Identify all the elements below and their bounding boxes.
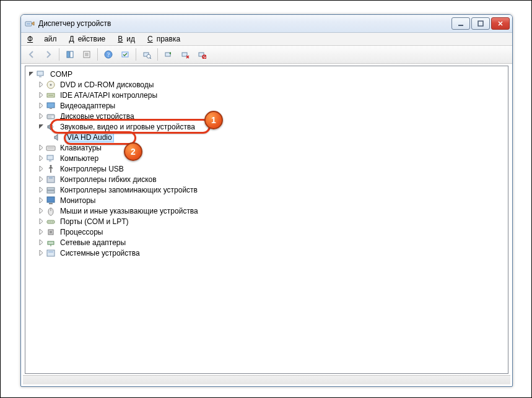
tree-category[interactable]: Контроллеры запоминающих устройств (28, 184, 505, 195)
svg-point-30 (51, 116, 54, 118)
tree-root[interactable]: COMP (28, 69, 505, 79)
disable-button[interactable] (194, 47, 210, 62)
tree-category[interactable]: Сетевые адаптеры (28, 237, 505, 248)
expand-icon[interactable] (38, 176, 45, 183)
svg-rect-52 (47, 250, 55, 256)
mouse-icon (46, 206, 56, 216)
uninstall-button[interactable] (177, 47, 193, 62)
expand-icon[interactable] (38, 228, 45, 235)
expand-icon[interactable] (38, 186, 45, 193)
svg-point-46 (50, 221, 51, 222)
update-driver-button[interactable] (160, 47, 177, 62)
speaker-icon (53, 132, 63, 142)
scan-hardware-button[interactable] (139, 47, 155, 62)
menu-view[interactable]: Вид (114, 33, 142, 45)
svg-rect-38 (47, 188, 55, 190)
tree-category-label: Компьютер (58, 154, 100, 163)
tree-category-label: Порты (COM и LPT) (58, 217, 131, 227)
tree-category[interactable]: Видеоадаптеры (28, 100, 505, 111)
svg-rect-28 (50, 108, 52, 109)
disc-icon (46, 80, 56, 90)
toolbar-separator (59, 48, 59, 61)
tree-category[interactable]: Компьютер (28, 153, 505, 163)
tree-category-label: Сетевые адаптеры (58, 238, 128, 248)
tree-category-label: Видеоадаптеры (58, 101, 117, 111)
expand-icon[interactable] (38, 102, 45, 109)
svg-rect-1 (27, 23, 30, 25)
svg-point-35 (50, 165, 52, 167)
ports-icon (46, 217, 56, 227)
expand-icon[interactable] (38, 165, 45, 172)
svg-rect-27 (47, 103, 55, 108)
hdd-icon (46, 111, 56, 121)
keyboard-icon (46, 143, 56, 153)
svg-rect-41 (49, 203, 53, 204)
tree-category[interactable]: Контроллеры USB (28, 163, 505, 174)
minimize-button[interactable] (451, 17, 470, 30)
devmgr-window: Диспетчер устройств Файл Действие Вид Сп… (20, 14, 513, 387)
svg-rect-21 (37, 71, 43, 76)
device-tree-pane[interactable]: COMPDVD и CD-ROM дисководыIDE ATA/ATAPI … (25, 66, 508, 374)
menu-help[interactable]: Справка (144, 33, 188, 45)
titlebar[interactable]: Диспетчер устройств (21, 15, 512, 33)
svg-rect-37 (49, 176, 53, 179)
expand-icon[interactable] (38, 155, 45, 162)
computer-icon (36, 69, 46, 79)
expand-icon[interactable] (38, 81, 45, 88)
tree-category-label: Клавиатуры (58, 143, 103, 153)
svg-text:?: ? (107, 51, 110, 58)
properties-button[interactable] (79, 47, 95, 62)
tree-category[interactable]: Мыши и иные указывающие устройства (28, 205, 505, 216)
menu-action[interactable]: Действие (66, 33, 113, 45)
device-tree: COMPDVD и CD-ROM дисководыIDE ATA/ATAPI … (25, 66, 508, 261)
expand-icon[interactable] (38, 92, 45, 98)
expand-icon[interactable] (38, 218, 45, 225)
expand-icon[interactable] (38, 123, 45, 130)
svg-point-24 (50, 84, 52, 85)
storagectl-icon (46, 185, 56, 195)
expand-icon[interactable] (38, 113, 45, 119)
close-button[interactable] (491, 17, 510, 30)
nav-forward-button[interactable] (40, 47, 56, 62)
tree-category[interactable]: Звуковые, видео и игровые устройства (28, 121, 505, 132)
tree-category[interactable]: Процессоры (28, 227, 505, 237)
tree-device-label: VIA HD Audio (65, 132, 114, 142)
tree-category-label: Звуковые, видео и игровые устройства (58, 122, 197, 132)
toolbar-separator (157, 48, 158, 61)
help-button[interactable]: ? (100, 47, 116, 62)
expand-icon[interactable] (38, 207, 45, 214)
tree-category[interactable]: DVD и CD-ROM дисководы (28, 79, 505, 90)
system-icon (46, 248, 56, 258)
menu-file[interactable]: Файл (24, 33, 64, 45)
tree-category-label: IDE ATA/ATAPI контроллеры (58, 90, 159, 100)
maximize-button[interactable] (471, 17, 490, 30)
tree-category-label: Контроллеры гибких дисков (58, 175, 159, 184)
tree-device[interactable]: VIA HD Audio (28, 132, 505, 142)
svg-rect-53 (48, 251, 53, 253)
window-controls (451, 17, 510, 30)
svg-point-45 (48, 221, 50, 222)
nav-back-button[interactable] (24, 47, 40, 62)
menubar: Файл Действие Вид Справка (21, 33, 512, 46)
expand-icon[interactable] (38, 144, 45, 151)
expand-icon[interactable] (38, 249, 45, 256)
computer-icon (46, 154, 56, 163)
tree-category[interactable]: Порты (COM и LPT) (28, 216, 505, 227)
svg-rect-22 (39, 76, 41, 77)
svg-rect-34 (49, 160, 51, 162)
window-title: Диспетчер устройств (38, 19, 111, 28)
tree-category[interactable]: Системные устройства (28, 248, 505, 258)
expand-icon[interactable] (28, 71, 35, 77)
tree-category-label: Системные устройства (58, 248, 142, 258)
expand-icon[interactable] (38, 197, 45, 204)
tree-category[interactable]: IDE ATA/ATAPI контроллеры (28, 90, 505, 100)
tree-category-label: Мониторы (58, 196, 97, 205)
tree-category[interactable]: Контроллеры гибких дисков (28, 174, 505, 184)
show-hide-tree-button[interactable] (62, 47, 78, 62)
action-button[interactable] (117, 47, 133, 62)
tree-category[interactable]: Дисковые устройства (28, 111, 505, 121)
expand-icon[interactable] (38, 239, 45, 246)
display-icon (46, 101, 56, 111)
tree-category[interactable]: Клавиатуры (28, 142, 505, 153)
tree-category[interactable]: Мониторы (28, 195, 505, 205)
